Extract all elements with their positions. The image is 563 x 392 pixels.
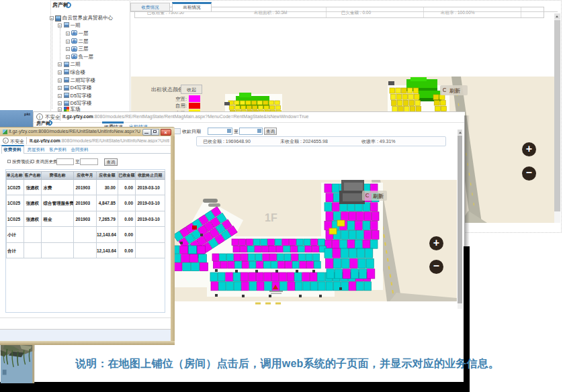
svg-text:1F: 1F (265, 212, 277, 224)
